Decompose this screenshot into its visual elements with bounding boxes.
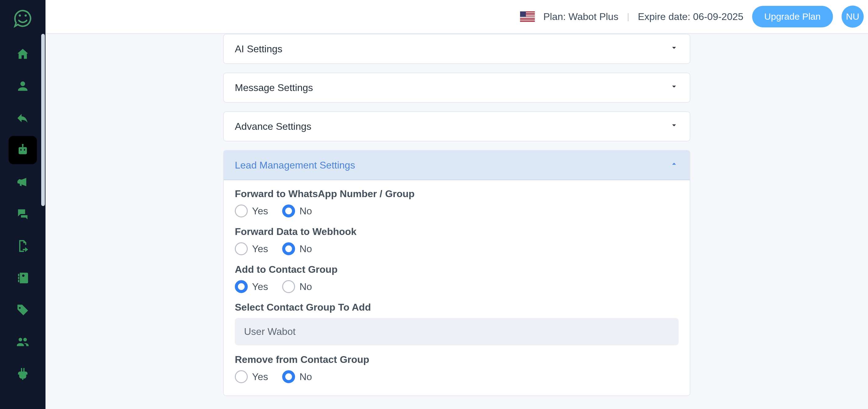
svg-point-6: [22, 144, 24, 146]
accordion-message-settings: Message Settings: [223, 72, 690, 103]
label-remove-contact-group: Remove from Contact Group: [235, 354, 679, 365]
radio-add-contact-no[interactable]: No: [282, 280, 312, 293]
sidebar-item-chat[interactable]: [9, 200, 37, 228]
radio-icon-selected: [282, 204, 295, 217]
radio-forward-whatsapp-yes[interactable]: Yes: [235, 204, 268, 217]
expire-text: Expire date: 06-09-2025: [638, 11, 743, 23]
radio-label: No: [299, 243, 312, 255]
label-select-contact-group: Select Contact Group To Add: [235, 302, 679, 313]
radio-icon-selected: [282, 370, 295, 383]
svg-rect-2: [19, 147, 27, 154]
radio-forward-webhook-yes[interactable]: Yes: [235, 242, 268, 255]
chevron-down-icon: [670, 43, 679, 55]
radio-icon: [282, 280, 295, 293]
avatar[interactable]: NU: [842, 5, 864, 28]
radio-icon: [235, 242, 248, 255]
radio-forward-webhook-no[interactable]: No: [282, 242, 312, 255]
radio-icon: [235, 204, 248, 217]
radio-group-forward-whatsapp: Yes No: [235, 204, 679, 217]
accordion-header-ai[interactable]: AI Settings: [224, 34, 690, 63]
sidebar: [0, 0, 45, 409]
accordion-title: Lead Management Settings: [235, 159, 355, 171]
accordion-advance-settings: Advance Settings: [223, 111, 690, 142]
plan-text: Plan: Wabot Plus: [544, 11, 618, 23]
radio-label: Yes: [252, 243, 268, 255]
radio-icon: [235, 370, 248, 383]
sidebar-item-reply[interactable]: [9, 104, 37, 132]
chevron-down-icon: [670, 121, 679, 132]
radio-group-remove-contact: Yes No: [235, 370, 679, 383]
app-logo: [10, 6, 35, 31]
svg-rect-4: [24, 149, 25, 151]
accordion-title: Message Settings: [235, 82, 313, 93]
chevron-down-icon: [670, 82, 679, 93]
radio-label: Yes: [252, 371, 268, 383]
sidebar-item-export[interactable]: [9, 232, 37, 260]
accordion-title: AI Settings: [235, 43, 282, 55]
accordion-ai-settings: AI Settings: [223, 34, 690, 64]
radio-label: Yes: [252, 205, 268, 217]
flag-us-icon[interactable]: [520, 11, 535, 22]
main: Plan: Wabot Plus | Expire date: 06-09-20…: [45, 0, 868, 409]
radio-add-contact-yes[interactable]: Yes: [235, 280, 268, 293]
sidebar-item-megaphone[interactable]: [9, 168, 37, 196]
sidebar-item-tags[interactable]: [9, 296, 37, 324]
accordion-header-advance[interactable]: Advance Settings: [224, 112, 690, 141]
radio-label: No: [299, 371, 312, 383]
radio-label: No: [299, 281, 312, 292]
label-forward-webhook: Forward Data to Webhook: [235, 226, 679, 237]
radio-remove-contact-yes[interactable]: Yes: [235, 370, 268, 383]
radio-icon-selected: [282, 242, 295, 255]
sidebar-item-group[interactable]: [9, 328, 37, 356]
svg-point-1: [25, 14, 27, 17]
accordion-header-message[interactable]: Message Settings: [224, 73, 690, 102]
accordion-lead-management: Lead Management Settings Forward to What…: [223, 150, 690, 396]
radio-remove-contact-no[interactable]: No: [282, 370, 312, 383]
sidebar-scrollbar[interactable]: [41, 34, 45, 206]
sidebar-item-plugin[interactable]: [9, 360, 37, 388]
radio-group-add-contact: Yes No: [235, 280, 679, 293]
sidebar-item-home[interactable]: [9, 40, 37, 68]
chevron-up-icon: [670, 159, 679, 171]
sidebar-item-bot[interactable]: [9, 136, 37, 164]
accordion-body-lead: Forward to WhatsApp Number / Group Yes N…: [224, 180, 690, 396]
select-contact-group[interactable]: User Wabot: [235, 318, 679, 345]
upgrade-plan-button[interactable]: Upgrade Plan: [752, 6, 833, 27]
sidebar-item-contacts[interactable]: [9, 264, 37, 292]
label-forward-whatsapp: Forward to WhatsApp Number / Group: [235, 188, 679, 200]
radio-forward-whatsapp-no[interactable]: No: [282, 204, 312, 217]
content: AI Settings Message Settings A: [45, 34, 868, 409]
radio-group-forward-webhook: Yes No: [235, 242, 679, 255]
radio-icon-selected: [235, 280, 248, 293]
accordion-header-lead[interactable]: Lead Management Settings: [224, 151, 690, 180]
accordion-title: Advance Settings: [235, 121, 311, 132]
header: Plan: Wabot Plus | Expire date: 06-09-20…: [45, 0, 868, 34]
label-add-contact-group: Add to Contact Group: [235, 264, 679, 275]
radio-label: No: [299, 205, 312, 217]
radio-label: Yes: [252, 281, 268, 292]
sidebar-item-user[interactable]: [9, 72, 37, 100]
svg-rect-3: [20, 149, 22, 151]
svg-point-0: [19, 14, 21, 17]
settings-panel: AI Settings Message Settings A: [223, 34, 690, 409]
header-divider: |: [627, 12, 629, 22]
